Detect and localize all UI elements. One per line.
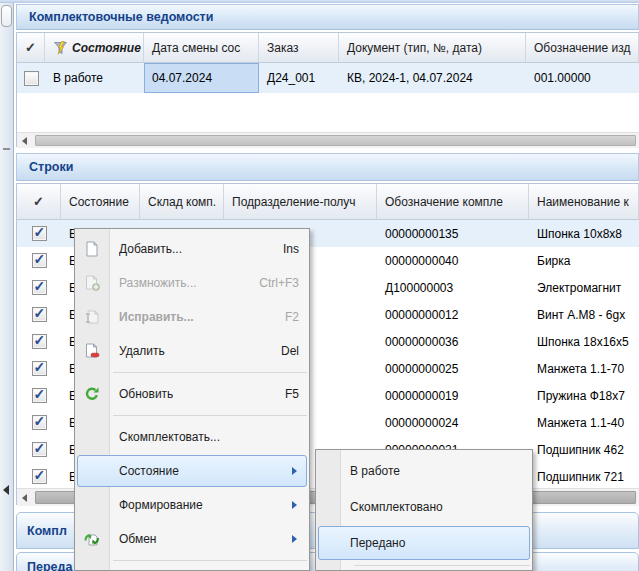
lines-grid-header: ✓ Состояние Склад комп. Подразделение-по… [17, 184, 639, 220]
row-checkbox[interactable] [32, 415, 47, 430]
check-icon: ✓ [33, 194, 44, 209]
exchange-icon [84, 531, 100, 547]
state-submenu: В работе Скомплектовано Передано [315, 449, 533, 571]
submenu-arrow-icon [292, 467, 297, 475]
row-checkbox[interactable] [32, 334, 47, 349]
check-icon: ✓ [25, 40, 36, 55]
column-header-code[interactable]: Обозначение компле [377, 184, 529, 219]
context-menu-item[interactable]: Удалить Del [75, 334, 309, 368]
line-code-cell[interactable]: 00000000040 [377, 247, 529, 274]
column-header-state-label: Состояние [72, 41, 141, 55]
context-menu-item[interactable]: Формирование [75, 488, 309, 522]
column-header-check-all[interactable]: ✓ [17, 184, 61, 219]
row-checkbox[interactable] [32, 307, 47, 322]
column-header-check-all[interactable]: ✓ [17, 33, 45, 62]
sheets-grid-empty-area [17, 93, 639, 132]
sheet-order-cell[interactable]: Д24_001 [259, 63, 339, 93]
column-header-state[interactable]: Состояние [61, 184, 140, 219]
line-name-cell[interactable]: Шпонка 10x8x8 [529, 220, 639, 247]
column-header-name[interactable]: Наименование к [529, 184, 639, 219]
sheets-hscrollbar[interactable] [17, 132, 639, 148]
line-code-cell[interactable]: 00000000025 [377, 355, 529, 382]
line-name-cell[interactable]: Пружина Ф18х7 [529, 382, 639, 409]
scrollbar-thumb[interactable] [35, 135, 636, 146]
column-header-warehouse[interactable]: Склад комп. [140, 184, 224, 219]
erp-panel: Комплектовочные ведомости ✓ Состояние Да… [0, 0, 639, 571]
row-checkbox[interactable] [32, 388, 47, 403]
column-header-date[interactable]: Дата смены сос [144, 33, 259, 62]
submenu-arrow-icon [292, 501, 297, 509]
line-code-cell[interactable]: 00000000019 [377, 382, 529, 409]
left-splitter[interactable] [0, 3, 14, 571]
collapse-left-icon[interactable] [3, 485, 9, 495]
context-menu-item[interactable]: Скомплектовать... [75, 420, 309, 454]
page-edit-icon [84, 309, 100, 325]
splitter-grip-icon [3, 148, 10, 150]
sheets-panel-title: Комплектовочные ведомости [29, 10, 213, 24]
page-delete-icon [84, 343, 100, 359]
sheet-state-cell[interactable]: В работе [45, 63, 144, 93]
line-name-cell[interactable]: Винт А.М8 - 6gх [529, 301, 639, 328]
context-menu-item[interactable]: Добавить... Ins [75, 232, 309, 266]
column-header-department[interactable]: Подразделение-получ [224, 184, 377, 219]
context-menu-item[interactable]: Исправить... F2 [75, 300, 309, 334]
line-name-cell[interactable]: Подшипник 721 [529, 463, 639, 488]
sheet-row[interactable]: В работе 04.07.2024 Д24_001 КВ, 2024-1, … [17, 63, 639, 93]
line-name-cell[interactable]: Манжета 1.1-70 [529, 355, 639, 382]
panel-top-border [0, 0, 639, 3]
line-name-cell[interactable]: Электромагнит [529, 274, 639, 301]
row-checkbox[interactable] [32, 280, 47, 295]
submenu-arrow-icon [292, 535, 297, 543]
row-checkbox[interactable] [32, 442, 47, 457]
completion-panel-title: Компл [27, 524, 67, 538]
line-name-cell[interactable]: Манжета 1.1-40 [529, 409, 639, 436]
filter-lightning-icon [53, 40, 69, 56]
row-checkbox[interactable] [24, 71, 39, 86]
line-name-cell[interactable]: Шпонка 18х16х5 [529, 328, 639, 355]
line-code-cell[interactable]: Д100000003 [377, 274, 529, 301]
row-checkbox[interactable] [32, 469, 47, 484]
refresh-icon [84, 386, 100, 402]
sheets-grid-header: ✓ Состояние Дата смены сос Заказ Докумен… [17, 33, 639, 63]
panel-header-sheets: Комплектовочные ведомости [16, 4, 639, 30]
page-new-icon [84, 241, 100, 257]
line-code-cell[interactable]: 00000000024 [377, 409, 529, 436]
row-checkbox[interactable] [32, 253, 47, 268]
transfer-panel-title: Переда [27, 560, 72, 571]
context-menu-item[interactable]: Размножить... Ctrl+F3 [75, 266, 309, 300]
line-code-cell[interactable]: 00000000135 [377, 220, 529, 247]
page-add-icon [84, 275, 100, 291]
context-menu-item[interactable]: Состояние [75, 454, 309, 488]
row-checkbox[interactable] [32, 226, 47, 241]
scroll-left-icon[interactable] [22, 137, 27, 145]
line-code-cell[interactable]: 00000000036 [377, 328, 529, 355]
sheet-date-cell[interactable]: 04.07.2024 [144, 63, 259, 93]
scroll-left-icon[interactable] [22, 494, 27, 502]
row-checkbox[interactable] [32, 361, 47, 376]
line-name-cell[interactable]: Бирка [529, 247, 639, 274]
column-header-product[interactable]: Обозначение изд [526, 33, 639, 62]
line-name-cell[interactable]: Подшипник 462 [529, 436, 639, 463]
panel-header-lines: Строки [16, 153, 639, 181]
context-menu: Добавить... Ins Размножить... Ctrl+F3 Ис… [74, 228, 310, 571]
splitter-thumb[interactable] [1, 5, 12, 27]
line-code-cell[interactable]: 00000000012 [377, 301, 529, 328]
context-menu-item[interactable]: Обмен [75, 522, 309, 556]
sheet-product-cell[interactable]: 001.00000 [526, 63, 639, 93]
sheet-document-cell[interactable]: КВ, 2024-1, 04.07.2024 [339, 63, 526, 93]
sheets-grid: ✓ Состояние Дата смены сос Заказ Докумен… [16, 32, 639, 147]
submenu-item[interactable]: Передано [316, 525, 532, 561]
submenu-item[interactable]: Скомплектовано [316, 489, 532, 525]
column-header-document[interactable]: Документ (тип, №, дата) [339, 33, 526, 62]
column-header-order[interactable]: Заказ [259, 33, 339, 62]
submenu-item[interactable]: В работе [316, 453, 532, 489]
column-header-state[interactable]: Состояние [45, 33, 144, 62]
lines-panel-title: Строки [29, 160, 73, 174]
context-menu-item[interactable]: Обновить F5 [75, 377, 309, 411]
